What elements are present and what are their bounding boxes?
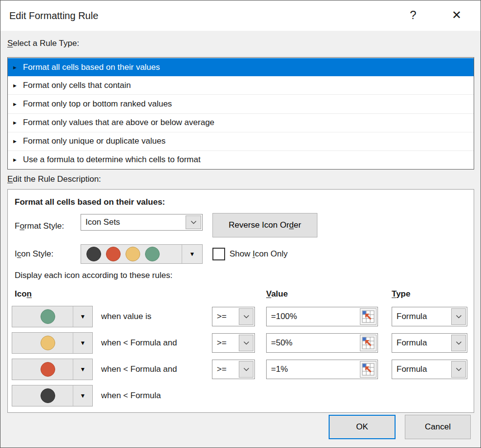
icon-rule-row: ▼ when value is >= =100% Formula — [12, 306, 471, 327]
dark-circle-icon — [41, 388, 55, 403]
icon-style-dropdown[interactable]: ▼ — [81, 244, 203, 264]
show-icon-only-checkbox[interactable] — [212, 248, 225, 260]
dropdown-arrow-icon[interactable]: ▼ — [73, 333, 92, 353]
rule-type-label: Format only cells that contain — [23, 81, 131, 90]
titlebar: Edit Formatting Rule ? ✕ — [0, 0, 481, 31]
format-style-label: Format Style: — [15, 218, 64, 235]
rule-type-listbox: ► Format all cells based on their values… — [7, 57, 474, 170]
format-style-dropdown[interactable]: Icon Sets — [81, 214, 203, 231]
icon-set-red-circle-icon — [106, 247, 121, 261]
rule-type-item-cells-that-contain[interactable]: ► Format only cells that contain — [8, 76, 474, 95]
icon-rule-row: ▼ when < Formula and >= =50% Formula — [12, 332, 471, 354]
condition-label: when < Formula and — [101, 359, 177, 380]
dialog-title: Edit Formatting Rule — [9, 0, 98, 31]
icon-picker-dropdown[interactable]: ▼ — [12, 359, 93, 380]
condition-label: when < Formula and — [101, 332, 177, 354]
list-bullet-icon: ► — [12, 157, 18, 163]
chevron-down-icon[interactable] — [239, 335, 253, 351]
show-icon-only-label[interactable]: Show Icon Only — [230, 249, 288, 259]
edit-rule-description-label: Edit the Rule Description: — [7, 174, 101, 184]
value-text: =100% — [271, 307, 297, 326]
dropdown-arrow-icon[interactable]: ▼ — [73, 359, 92, 380]
icon-set-yellow-circle-icon — [125, 247, 140, 261]
icon-set-dark-circle-icon — [86, 247, 101, 261]
type-dropdown[interactable]: Formula — [392, 360, 467, 379]
chevron-down-icon[interactable] — [239, 308, 253, 325]
value-text: =1% — [271, 360, 288, 379]
list-bullet-icon: ► — [12, 64, 18, 70]
select-rule-type-label: Select a Rule Type: — [7, 39, 79, 48]
chevron-down-icon[interactable] — [451, 361, 466, 378]
show-icon-only-row: Show Icon Only — [212, 244, 288, 264]
value-column-header: Value — [266, 289, 288, 299]
close-icon[interactable]: ✕ — [448, 0, 465, 31]
operator-dropdown[interactable]: >= — [212, 360, 255, 379]
rule-type-label: Format only values that are above or bel… — [23, 118, 214, 128]
operator-value: >= — [217, 334, 227, 352]
chevron-down-icon[interactable] — [451, 308, 466, 325]
value-input[interactable]: =1% — [266, 360, 378, 379]
condition-label: when value is — [101, 306, 151, 327]
type-value: Formula — [397, 360, 427, 379]
list-bullet-icon: ► — [12, 120, 18, 126]
ok-button[interactable]: OK — [329, 415, 396, 439]
value-input[interactable]: =100% — [266, 307, 378, 326]
list-bullet-icon: ► — [12, 101, 18, 107]
icon-picker-dropdown[interactable]: ▼ — [12, 306, 93, 327]
condition-label: when < Formula — [101, 385, 161, 406]
rule-type-item-format-all-cells[interactable]: ► Format all cells based on their values — [8, 58, 474, 76]
chevron-down-icon[interactable] — [186, 215, 201, 229]
help-icon[interactable]: ? — [404, 0, 422, 31]
yellow-circle-icon — [41, 336, 55, 350]
icon-set-green-circle-icon — [145, 247, 160, 261]
icon-picker-dropdown[interactable]: ▼ — [12, 385, 93, 406]
edit-formatting-rule-dialog: Edit Formatting Rule ? ✕ Select a Rule T… — [0, 0, 481, 448]
icon-style-label: Icon Style: — [15, 244, 53, 264]
dropdown-arrow-icon[interactable]: ▼ — [182, 245, 202, 263]
rule-type-label: Format all cells based on their values — [23, 63, 160, 72]
value-input[interactable]: =50% — [266, 333, 378, 353]
cancel-button[interactable]: Cancel — [405, 415, 471, 439]
red-circle-icon — [41, 362, 55, 377]
rule-type-item-use-formula[interactable]: ► Use a formula to determine which cells… — [8, 151, 474, 169]
format-style-value: Icon Sets — [85, 214, 120, 230]
type-value: Formula — [397, 307, 427, 326]
operator-dropdown[interactable]: >= — [212, 307, 255, 326]
rule-type-label: Use a formula to determine which cells t… — [23, 155, 201, 165]
operator-dropdown[interactable]: >= — [212, 333, 255, 353]
type-dropdown[interactable]: Formula — [392, 307, 467, 326]
range-picker-icon[interactable] — [360, 335, 376, 351]
type-value: Formula — [397, 334, 427, 352]
dropdown-arrow-icon[interactable]: ▼ — [73, 306, 92, 327]
icon-column-header: Icon — [15, 289, 32, 299]
rule-type-item-unique-duplicate[interactable]: ► Format only unique or duplicate values — [8, 132, 474, 151]
icon-rule-row: ▼ when < Formula and >= =1% Formula — [12, 359, 471, 380]
chevron-down-icon[interactable] — [239, 361, 253, 378]
rule-type-item-top-bottom[interactable]: ► Format only top or bottom ranked value… — [8, 95, 474, 113]
type-dropdown[interactable]: Formula — [392, 333, 467, 353]
list-bullet-icon: ► — [12, 83, 18, 88]
value-text: =50% — [271, 334, 293, 352]
description-header: Format all cells based on their values: — [15, 197, 165, 207]
dropdown-arrow-icon[interactable]: ▼ — [73, 385, 92, 406]
range-picker-icon[interactable] — [360, 308, 376, 325]
reverse-icon-order-button[interactable]: Reverse Icon Order — [212, 213, 317, 237]
rule-type-label: Format only unique or duplicate values — [23, 136, 166, 146]
list-bullet-icon: ► — [12, 138, 18, 144]
operator-value: >= — [217, 307, 227, 326]
rule-type-item-above-below-average[interactable]: ► Format only values that are above or b… — [8, 114, 474, 132]
icon-rule-row: ▼ when < Formula — [12, 385, 471, 406]
rules-intro-text: Display each icon according to these rul… — [15, 271, 172, 280]
rules-column-headers: Icon Value Type — [12, 289, 471, 301]
range-picker-icon[interactable] — [360, 361, 376, 378]
rule-description-panel: Format all cells based on their values: … — [7, 189, 474, 413]
green-circle-icon — [41, 309, 55, 324]
type-column-header: Type — [392, 289, 410, 299]
icon-picker-dropdown[interactable]: ▼ — [12, 332, 93, 354]
chevron-down-icon[interactable] — [451, 335, 466, 351]
rule-type-label: Format only top or bottom ranked values — [23, 99, 172, 109]
operator-value: >= — [217, 360, 227, 379]
